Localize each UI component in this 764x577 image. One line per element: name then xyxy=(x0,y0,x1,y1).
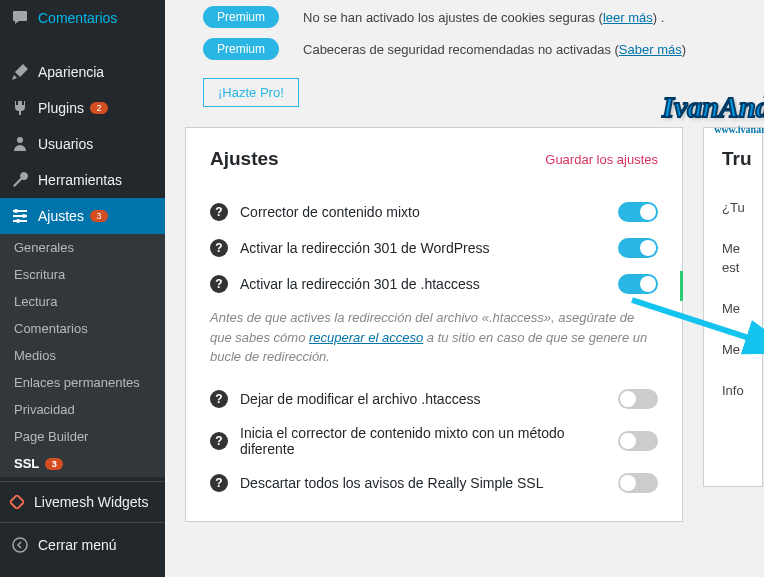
menu-appearance[interactable]: Apariencia xyxy=(0,54,165,90)
update-badge: 3 xyxy=(45,458,63,470)
help-icon[interactable]: ? xyxy=(210,390,228,408)
menu-collapse[interactable]: Cerrar menú xyxy=(0,527,165,563)
submenu-privacy[interactable]: Privacidad xyxy=(0,396,165,423)
premium-pill: Premium xyxy=(203,6,279,28)
menu-label: Apariencia xyxy=(38,64,104,80)
toggle-alt-mixed-content[interactable] xyxy=(618,431,658,451)
setting-label: Corrector de contenido mixto xyxy=(240,204,618,220)
settings-panel: Ajustes Guardar los ajustes ? Corrector … xyxy=(185,127,683,522)
user-icon xyxy=(10,134,30,154)
svg-point-0 xyxy=(17,137,23,143)
setting-dismiss-notices: ? Descartar todos los avisos de Really S… xyxy=(210,465,658,501)
submenu-permalinks[interactable]: Enlaces permanentes xyxy=(0,369,165,396)
setting-label: Activar la redirección 301 de WordPress xyxy=(240,240,618,256)
highlight-bar xyxy=(680,271,683,301)
premium-text: Cabeceras de seguridad recomendadas no a… xyxy=(303,42,686,57)
tips-title: Tru xyxy=(722,148,744,170)
wrench-icon xyxy=(10,170,30,190)
menu-livemesh[interactable]: Livemesh Widgets xyxy=(0,486,165,518)
svg-point-6 xyxy=(16,219,20,223)
menu-plugins[interactable]: Plugins 2 xyxy=(0,90,165,126)
go-pro-button[interactable]: ¡Hazte Pro! xyxy=(203,78,299,107)
livemesh-icon xyxy=(10,495,24,509)
collapse-icon xyxy=(10,535,30,555)
tips-panel: Tru ¿Tu Me est Me Me Info xyxy=(703,127,763,487)
premium-text: No se han activado los ajustes de cookie… xyxy=(303,10,664,25)
tips-line: ¿Tu xyxy=(722,200,744,215)
toggle-stop-edit-htaccess[interactable] xyxy=(618,389,658,409)
setting-stop-edit-htaccess: ? Dejar de modificar el archivo .htacces… xyxy=(210,381,658,417)
admin-sidebar: Comentarios Apariencia Plugins 2 Usuario… xyxy=(0,0,165,577)
menu-label: Comentarios xyxy=(38,10,117,26)
save-settings-link[interactable]: Guardar los ajustes xyxy=(545,152,658,167)
submenu-writing[interactable]: Escritura xyxy=(0,261,165,288)
help-icon[interactable]: ? xyxy=(210,203,228,221)
update-badge: 2 xyxy=(90,102,108,114)
help-icon[interactable]: ? xyxy=(210,474,228,492)
svg-point-4 xyxy=(14,209,18,213)
menu-label: Usuarios xyxy=(38,136,93,152)
menu-label: Plugins xyxy=(38,100,84,116)
tips-line: Me xyxy=(722,241,744,256)
brush-icon xyxy=(10,62,30,82)
main-content: Premium No se han activado los ajustes d… xyxy=(165,0,764,577)
settings-submenu: Generales Escritura Lectura Comentarios … xyxy=(0,234,165,477)
submenu-discussion[interactable]: Comentarios xyxy=(0,315,165,342)
premium-notices: Premium No se han activado los ajustes d… xyxy=(165,0,764,127)
help-icon[interactable]: ? xyxy=(210,432,228,450)
help-icon[interactable]: ? xyxy=(210,275,228,293)
help-icon[interactable]: ? xyxy=(210,239,228,257)
premium-row: Premium No se han activado los ajustes d… xyxy=(203,6,744,28)
premium-pill: Premium xyxy=(203,38,279,60)
tips-line: Me xyxy=(722,301,744,316)
recover-access-link[interactable]: recuperar el acceso xyxy=(309,330,423,345)
menu-comments[interactable]: Comentarios xyxy=(0,0,165,36)
submenu-ssl[interactable]: SSL 3 xyxy=(0,450,165,477)
svg-point-5 xyxy=(22,214,26,218)
menu-label: Livemesh Widgets xyxy=(34,494,148,510)
setting-wp-redirect: ? Activar la redirección 301 de WordPres… xyxy=(210,230,658,266)
menu-label: Cerrar menú xyxy=(38,537,117,553)
premium-row: Premium Cabeceras de seguridad recomenda… xyxy=(203,38,744,60)
submenu-general[interactable]: Generales xyxy=(0,234,165,261)
menu-label: Herramientas xyxy=(38,172,122,188)
plug-icon xyxy=(10,98,30,118)
menu-users[interactable]: Usuarios xyxy=(0,126,165,162)
submenu-reading[interactable]: Lectura xyxy=(0,288,165,315)
toggle-wp-redirect[interactable] xyxy=(618,238,658,258)
setting-mixed-content: ? Corrector de contenido mixto xyxy=(210,194,658,230)
read-more-link[interactable]: leer más xyxy=(603,10,653,25)
sliders-icon xyxy=(10,206,30,226)
setting-htaccess-redirect: ? Activar la redirección 301 de .htacces… xyxy=(210,266,658,302)
toggle-htaccess-redirect[interactable] xyxy=(618,274,658,294)
tips-line: est xyxy=(722,260,744,275)
setting-label: Dejar de modificar el archivo .htaccess xyxy=(240,391,618,407)
tips-line: Me xyxy=(722,342,744,357)
panel-title: Ajustes xyxy=(210,148,279,170)
comment-icon xyxy=(10,8,30,28)
toggle-mixed-content[interactable] xyxy=(618,202,658,222)
menu-label: Ajustes xyxy=(38,208,84,224)
menu-tools[interactable]: Herramientas xyxy=(0,162,165,198)
htaccess-hint: Antes de que actives la redirección del … xyxy=(210,302,658,381)
svg-point-8 xyxy=(13,538,27,552)
setting-label: Descartar todos los avisos de Really Sim… xyxy=(240,475,618,491)
toggle-dismiss-notices[interactable] xyxy=(618,473,658,493)
setting-alt-mixed-content: ? Inicia el corrector de contenido mixto… xyxy=(210,417,658,465)
learn-more-link[interactable]: Saber más xyxy=(619,42,682,57)
update-badge: 3 xyxy=(90,210,108,222)
setting-label: Inicia el corrector de contenido mixto c… xyxy=(240,425,618,457)
tips-line: Info xyxy=(722,383,744,398)
submenu-media[interactable]: Medios xyxy=(0,342,165,369)
menu-settings[interactable]: Ajustes 3 xyxy=(0,198,165,234)
setting-label: Activar la redirección 301 de .htaccess xyxy=(240,276,618,292)
submenu-label: SSL xyxy=(14,456,39,471)
submenu-pagebuilder[interactable]: Page Builder xyxy=(0,423,165,450)
svg-rect-7 xyxy=(10,495,24,509)
